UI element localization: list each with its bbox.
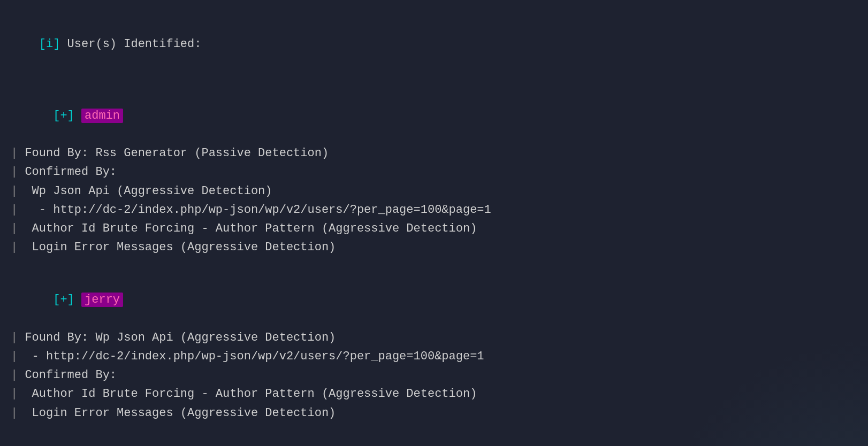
- jerry-line-3: | Confirmed By:: [11, 366, 857, 385]
- user-block-jerry: [+] jerry | Found By: Wp Json Api (Aggre…: [11, 272, 857, 422]
- admin-line-3: | Wp Json Api (Aggressive Detection): [11, 182, 857, 201]
- jerry-line-2: | - http://dc-2/index.php/wp-json/wp/v2/…: [11, 347, 857, 366]
- admin-line-1: | Found By: Rss Generator (Passive Detec…: [11, 144, 857, 163]
- user-block-admin: [+] admin | Found By: Rss Generator (Pas…: [11, 88, 857, 257]
- jerry-username: jerry: [81, 293, 123, 307]
- jerry-plus-prefix: [+]: [53, 293, 81, 306]
- jerry-header-line: [+] jerry: [11, 272, 857, 328]
- jerry-line-4: | Author Id Brute Forcing - Author Patte…: [11, 385, 857, 403]
- user-block-tom: [+] tom | Found By: Author Id Brute Forc…: [11, 437, 857, 446]
- admin-plus-prefix: [+]: [53, 109, 81, 122]
- admin-line-6: | Login Error Messages (Aggressive Detec…: [11, 238, 857, 257]
- admin-line-5: | Author Id Brute Forcing - Author Patte…: [11, 219, 857, 238]
- admin-line-4: | - http://dc-2/index.php/wp-json/wp/v2/…: [11, 201, 857, 219]
- jerry-line-1: | Found By: Wp Json Api (Aggressive Dete…: [11, 328, 857, 347]
- admin-username: admin: [81, 109, 123, 123]
- header-line: [i] User(s) Identified:: [11, 16, 857, 73]
- admin-header-line: [+] admin: [11, 88, 857, 144]
- header-title: User(s) Identified:: [60, 37, 201, 51]
- admin-line-2: | Confirmed By:: [11, 163, 857, 181]
- tom-header-line: [+] tom: [11, 437, 857, 446]
- terminal-container: [i] User(s) Identified: [+] admin | Foun…: [11, 16, 857, 446]
- info-prefix: [i]: [39, 37, 60, 51]
- jerry-line-5: | Login Error Messages (Aggressive Detec…: [11, 404, 857, 422]
